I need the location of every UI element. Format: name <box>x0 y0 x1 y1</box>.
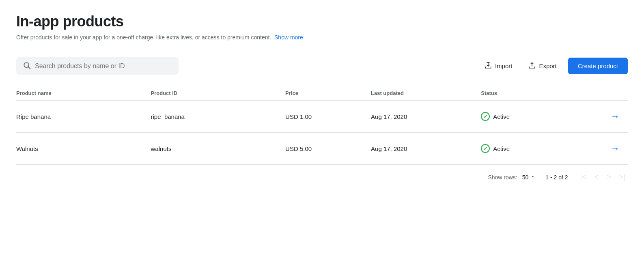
export-label: Export <box>539 62 556 69</box>
col-header-id: Product ID <box>151 86 286 101</box>
page-subtitle: Offer products for sale in your app for … <box>16 34 628 41</box>
pagination-row: Show rows: 50 1 - 2 of 2 |< < > >| <box>16 165 628 185</box>
col-header-updated: Last updated <box>371 86 481 101</box>
cell-name-0: Ripe banana <box>16 101 151 133</box>
col-header-status: Status <box>481 86 579 101</box>
show-more-link[interactable]: Show more <box>274 34 303 41</box>
create-product-button[interactable]: Create product <box>568 58 628 74</box>
page-container: In-app products Offer products for sale … <box>0 0 644 194</box>
rows-dropdown-icon <box>530 174 536 181</box>
search-box <box>16 57 179 75</box>
rows-label: Show rows: <box>488 174 517 181</box>
prev-page-button[interactable]: < <box>592 171 601 183</box>
cell-updated-1: Aug 17, 2020 <box>371 133 481 165</box>
table-row: Ripe banana ripe_banana USD 1.00 Aug 17,… <box>16 101 628 133</box>
table-header-row: Product name Product ID Price Last updat… <box>16 86 628 101</box>
next-page-button[interactable]: > <box>604 171 614 183</box>
table-row: Walnuts walnuts USD 5.00 Aug 17, 2020 ✓ … <box>16 133 628 165</box>
row-detail-button-1[interactable]: → <box>607 142 623 155</box>
toolbar: Import Export Create product <box>16 57 628 75</box>
cell-action-0: → <box>579 101 628 133</box>
import-button[interactable]: Import <box>480 58 517 73</box>
export-icon <box>528 62 536 70</box>
col-header-action <box>579 86 628 101</box>
status-label-0: Active <box>493 113 510 120</box>
col-header-price: Price <box>285 86 371 101</box>
svg-line-1 <box>28 67 30 69</box>
page-title: In-app products <box>16 13 628 30</box>
row-detail-button-0[interactable]: → <box>607 110 623 123</box>
export-button[interactable]: Export <box>523 58 561 73</box>
header-divider <box>16 49 628 49</box>
products-table: Product name Product ID Price Last updat… <box>16 86 628 165</box>
cell-name-1: Walnuts <box>16 133 151 165</box>
rows-value: 50 <box>522 174 529 181</box>
cell-id-1: walnuts <box>151 133 286 165</box>
col-header-name: Product name <box>16 86 151 101</box>
cell-id-0: ripe_banana <box>151 101 286 133</box>
cell-price-0: USD 1.00 <box>285 101 371 133</box>
rows-select[interactable]: 50 <box>522 174 536 181</box>
status-active-icon-0: ✓ <box>481 112 490 121</box>
first-page-button[interactable]: |< <box>578 171 589 183</box>
cell-status-1: ✓ Active <box>481 133 579 165</box>
status-active-icon-1: ✓ <box>481 144 490 153</box>
cell-updated-0: Aug 17, 2020 <box>371 101 481 133</box>
last-page-button[interactable]: >| <box>617 171 628 183</box>
pagination-range: 1 - 2 of 2 <box>545 174 568 181</box>
cell-status-0: ✓ Active <box>481 101 579 133</box>
status-label-1: Active <box>493 145 510 152</box>
search-input[interactable] <box>35 62 172 70</box>
search-icon <box>23 61 31 71</box>
import-label: Import <box>495 62 513 69</box>
cell-action-1: → <box>579 133 628 165</box>
import-icon <box>485 62 492 70</box>
cell-price-1: USD 5.00 <box>285 133 371 165</box>
table-body: Ripe banana ripe_banana USD 1.00 Aug 17,… <box>16 101 628 165</box>
